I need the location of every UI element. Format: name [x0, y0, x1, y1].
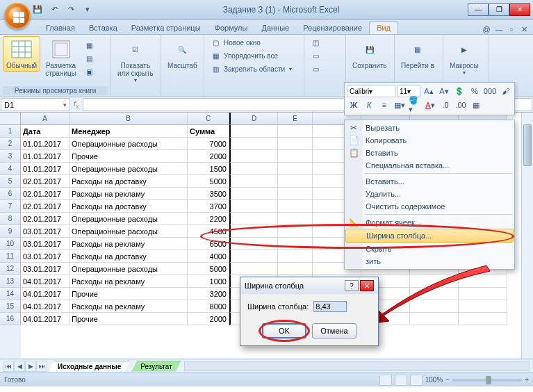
zoom-slider[interactable] — [452, 379, 522, 382]
decrease-decimal-icon[interactable]: .0 — [438, 99, 452, 111]
row-header[interactable]: 2 — [0, 138, 21, 150]
ctx-clear[interactable]: Очистить содержимое — [345, 200, 514, 213]
cell[interactable]: 02.01.2017 — [21, 175, 69, 188]
width-input[interactable] — [313, 301, 347, 312]
hide-icon[interactable]: ▭ — [307, 49, 324, 62]
sheet-tab-result[interactable]: Результат — [131, 361, 181, 372]
align-center-icon[interactable]: ≡ — [377, 99, 391, 111]
show-hide-button[interactable]: ☑Показать или скрыть▾ — [114, 36, 157, 85]
shrink-font-icon[interactable]: A▾ — [437, 85, 451, 97]
comma-icon[interactable]: 000 — [483, 85, 497, 97]
cell[interactable] — [229, 250, 278, 263]
row-header[interactable]: 9 — [0, 225, 21, 238]
normal-view-icon[interactable] — [379, 375, 392, 386]
split-icon[interactable]: ◫ — [307, 36, 324, 49]
tab-data[interactable]: Данные — [254, 22, 296, 34]
cell[interactable] — [278, 225, 313, 238]
cell[interactable] — [229, 263, 278, 275]
cell[interactable]: Расходы на доставку — [69, 200, 188, 213]
redo-icon[interactable]: ↷ — [64, 3, 78, 17]
increase-decimal-icon[interactable]: .00 — [454, 99, 468, 111]
save-icon[interactable]: 💾 — [31, 3, 44, 17]
row-header[interactable]: 16 — [0, 313, 21, 325]
horizontal-scrollbar[interactable] — [184, 361, 530, 371]
cell[interactable]: 3200 — [188, 288, 229, 300]
tab-view[interactable]: Вид — [369, 21, 398, 34]
cell[interactable] — [278, 138, 313, 150]
row-header[interactable]: 14 — [0, 288, 21, 300]
cell[interactable]: Операционные расходы — [69, 263, 188, 275]
cell[interactable] — [229, 213, 278, 225]
macros-button[interactable]: ▶Макросы▾ — [446, 36, 482, 78]
font-selector[interactable]: Calibri ▾ — [347, 85, 395, 97]
zoom-out-icon[interactable]: − — [445, 376, 450, 384]
currency-icon[interactable]: 💲 — [452, 85, 466, 97]
cell[interactable]: 01.01.2017 — [21, 150, 69, 163]
merge-icon[interactable]: ▦ — [469, 99, 483, 111]
tab-formulas[interactable]: Формулы — [208, 22, 255, 34]
ctx-cut[interactable]: ✂Вырезать — [345, 122, 514, 134]
cell[interactable] — [278, 200, 313, 213]
close-button[interactable]: ✕ — [509, 3, 530, 16]
cell[interactable] — [229, 163, 278, 175]
cell[interactable]: 5000 — [188, 175, 229, 188]
cell[interactable]: 02.01.2017 — [21, 213, 69, 225]
custom-views-icon[interactable]: ▤ — [81, 52, 98, 65]
cell[interactable]: 1500 — [188, 163, 229, 175]
cell[interactable]: 04.01.2017 — [21, 313, 69, 325]
cell[interactable]: Расходы на доставку — [69, 175, 188, 188]
cell[interactable]: 5000 — [188, 263, 229, 275]
grow-font-icon[interactable]: A▴ — [422, 85, 436, 97]
cell[interactable]: 3700 — [188, 200, 229, 213]
cell[interactable] — [229, 125, 278, 138]
row-header[interactable]: 4 — [0, 163, 21, 175]
cell[interactable]: 03.01.2017 — [21, 250, 69, 263]
cell[interactable]: Расходы на доставку — [69, 250, 188, 263]
zoom-level[interactable]: 100% — [425, 376, 443, 384]
page-layout-view-icon[interactable] — [395, 375, 407, 386]
tab-insert[interactable]: Вставка — [82, 22, 124, 34]
cell[interactable]: 6500 — [188, 238, 229, 250]
cell[interactable] — [229, 138, 278, 150]
dialog-help-icon[interactable]: ? — [345, 280, 359, 291]
cell[interactable]: Расходы на рекламу — [69, 300, 188, 313]
ctx-delete[interactable]: Удалить... — [345, 188, 514, 200]
row-header[interactable]: 6 — [0, 188, 21, 200]
cell[interactable] — [229, 150, 278, 163]
cell[interactable]: 1000 — [188, 275, 229, 288]
cell[interactable]: Прочие — [69, 150, 188, 163]
fill-color-icon[interactable]: 🪣▾ — [408, 99, 422, 111]
cell[interactable]: 03.01.2017 — [21, 238, 69, 250]
row-header[interactable]: 1 — [0, 125, 21, 138]
cell[interactable]: Расходы на рекламу — [69, 188, 188, 200]
qat-dropdown-icon[interactable]: ▾ — [81, 3, 95, 17]
percent-icon[interactable]: % — [468, 85, 482, 97]
ok-button[interactable]: OK — [262, 323, 306, 338]
next-sheet-icon[interactable]: ▶ — [25, 361, 36, 372]
row-header[interactable]: 10 — [0, 238, 21, 250]
new-window-button[interactable]: ▢Новое окно — [207, 36, 295, 49]
row-header[interactable]: 15 — [0, 300, 21, 313]
cell[interactable] — [229, 188, 278, 200]
ctx-column-width[interactable]: Ширина столбца... — [345, 229, 514, 243]
ctx-insert[interactable]: Вставить... — [345, 175, 514, 188]
chevron-down-icon[interactable]: ▾ — [63, 101, 67, 108]
minimize-button[interactable]: — — [468, 3, 489, 16]
arrange-all-button[interactable]: ▦Упорядочить все — [207, 49, 295, 62]
minimize-ribbon-icon[interactable]: — — [494, 24, 504, 34]
borders-icon[interactable]: ▦▾ — [393, 99, 407, 111]
cell[interactable] — [278, 175, 313, 188]
cell[interactable]: 4000 — [188, 250, 229, 263]
name-box[interactable]: D1▾ — [1, 98, 70, 111]
prev-sheet-icon[interactable]: ◀ — [14, 361, 25, 372]
cell[interactable] — [278, 163, 313, 175]
cell[interactable]: Расходы на рекламу — [69, 275, 188, 288]
maximize-button[interactable]: ❐ — [489, 3, 509, 16]
col-header-a[interactable]: A — [21, 113, 69, 125]
cell[interactable]: 4500 — [188, 225, 229, 238]
cell[interactable] — [278, 188, 313, 200]
col-header-d[interactable]: D — [229, 113, 278, 125]
ctx-paste-special[interactable]: Специальная вставка... — [345, 159, 514, 172]
last-sheet-icon[interactable]: ⏭ — [36, 361, 47, 372]
cell[interactable] — [278, 250, 313, 263]
